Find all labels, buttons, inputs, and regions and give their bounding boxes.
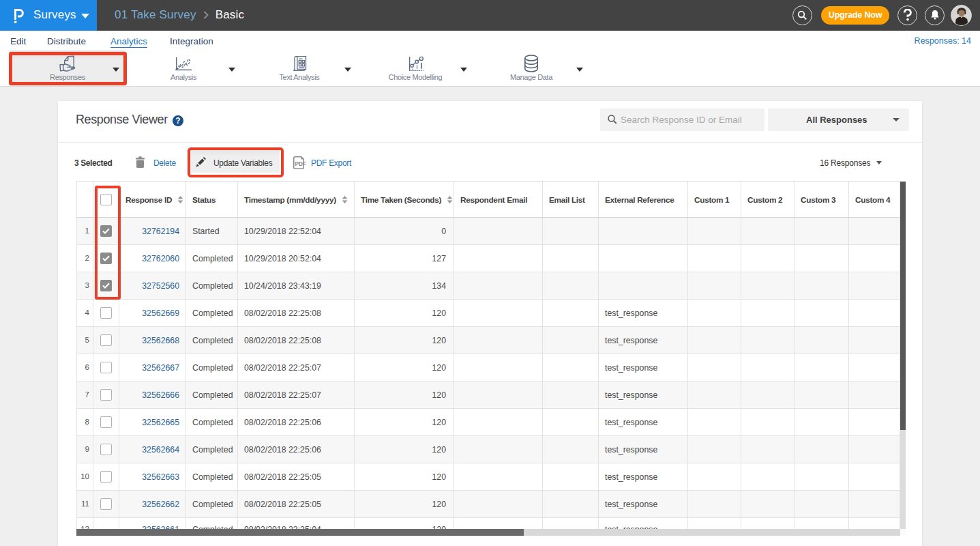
svg-text:PDF: PDF [295, 161, 306, 167]
